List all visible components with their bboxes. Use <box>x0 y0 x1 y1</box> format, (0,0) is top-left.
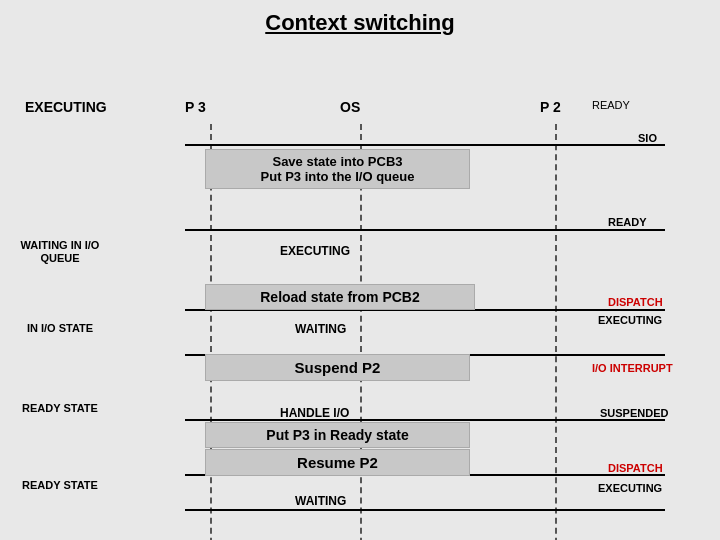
status-ready-1: READY <box>608 216 647 228</box>
row-label-ready-state-1: READY STATE <box>15 402 105 414</box>
h-line-7 <box>185 509 665 511</box>
h-line-1 <box>185 144 665 146</box>
action-put-p3-ready: Put P3 in Ready state <box>205 422 470 448</box>
action-save-pcb3: Save state into PCB3Put P3 into the I/O … <box>205 149 470 189</box>
row-label-ready-state-2: READY STATE <box>15 479 105 491</box>
page-title: Context switching <box>10 10 710 36</box>
action-reload-pcb2: Reload state from PCB2 <box>205 284 475 310</box>
action-suspend-p2: Suspend P2 <box>205 354 470 381</box>
action-executing-os: EXECUTING <box>280 244 350 258</box>
action-resume-p2: Resume P2 <box>205 449 470 476</box>
status-executing-2: EXECUTING <box>598 482 662 494</box>
status-dispatch-2: DISPATCH <box>608 462 663 474</box>
status-io-interrupt: I/O INTERRUPT <box>592 362 673 374</box>
col-ready: READY <box>592 99 630 111</box>
action-waiting-2: WAITING <box>295 494 346 508</box>
h-line-5 <box>185 419 665 421</box>
action-waiting-1: WAITING <box>295 322 346 336</box>
col-p2: P 2 <box>540 99 561 115</box>
status-executing-1: EXECUTING <box>598 314 662 326</box>
row-label-waiting-io-queue: WAITING IN I/OQUEUE <box>15 239 105 265</box>
row-label-in-io-state: IN I/O STATE <box>15 322 105 334</box>
col-p3: P 3 <box>185 99 206 115</box>
status-sio: SIO <box>638 132 657 144</box>
h-line-2 <box>185 229 665 231</box>
status-suspended: SUSPENDED <box>600 407 668 419</box>
action-handle-io: HANDLE I/O <box>280 406 349 420</box>
dashed-line-p2 <box>555 124 557 540</box>
col-os: OS <box>340 99 360 115</box>
diagram: EXECUTING P 3 OS P 2 READY WAITING IN I/… <box>10 44 710 524</box>
col-executing: EXECUTING <box>25 99 107 115</box>
page: Context switching EXECUTING P 3 OS P 2 R… <box>0 0 720 540</box>
status-dispatch-1: DISPATCH <box>608 296 663 308</box>
